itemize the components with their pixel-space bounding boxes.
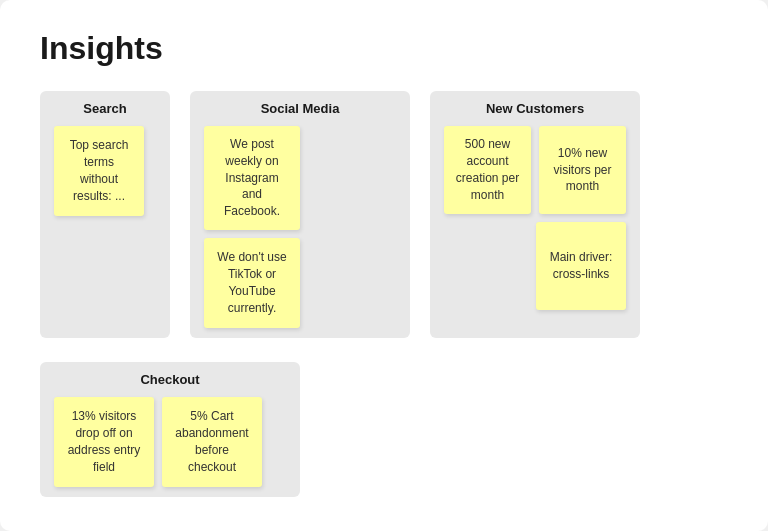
page-container: Insights Search Top search terms without…	[0, 0, 768, 531]
checkout-note-1: 13% visitors drop off on address entry f…	[54, 397, 154, 487]
new-customers-row2: Main driver: cross-links	[444, 222, 626, 310]
social-media-section-header: Social Media	[204, 101, 396, 116]
new-customers-row1: 500 new account creation per month 10% n…	[444, 126, 626, 214]
search-section: Search Top search terms without results:…	[40, 91, 170, 338]
search-cards: Top search terms without results: ...	[54, 126, 156, 216]
search-note-1: Top search terms without results: ...	[54, 126, 144, 216]
social-media-cards: We post weekly on Instagram and Facebook…	[204, 126, 396, 328]
new-customers-note-2: 10% new visitors per month	[539, 126, 626, 214]
social-note-2: We don't use TikTok or YouTube currently…	[204, 238, 300, 328]
new-customers-section-header: New Customers	[444, 101, 626, 116]
checkout-cards: 13% visitors drop off on address entry f…	[54, 397, 286, 487]
social-note-1: We post weekly on Instagram and Facebook…	[204, 126, 300, 230]
new-customers-note-3: Main driver: cross-links	[536, 222, 626, 310]
page-title: Insights	[40, 30, 728, 67]
search-section-header: Search	[54, 101, 156, 116]
new-customers-note-1: 500 new account creation per month	[444, 126, 531, 214]
top-sections-row: Search Top search terms without results:…	[40, 91, 728, 338]
new-customers-section: New Customers 500 new account creation p…	[430, 91, 640, 338]
checkout-note-2: 5% Cart abandonment before checkout	[162, 397, 262, 487]
social-media-section: Social Media We post weekly on Instagram…	[190, 91, 410, 338]
checkout-section-header: Checkout	[54, 372, 286, 387]
checkout-section: Checkout 13% visitors drop off on addres…	[40, 362, 300, 497]
bottom-sections-row: Checkout 13% visitors drop off on addres…	[40, 362, 728, 497]
